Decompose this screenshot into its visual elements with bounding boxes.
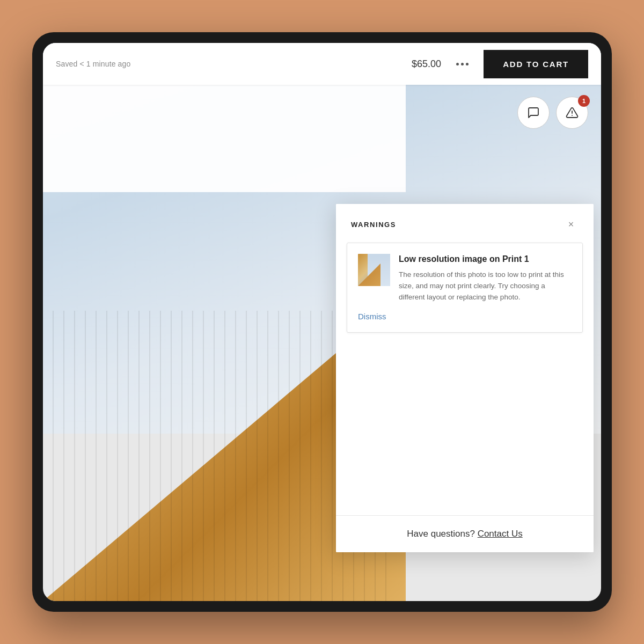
warning-card: Low resolution image on Print 1 The reso…: [347, 243, 583, 333]
warnings-title: WARNINGS: [351, 221, 396, 229]
saved-status: Saved < 1 minute ago: [56, 60, 130, 68]
icon-buttons-row: 1: [517, 97, 588, 129]
top-bar: Saved < 1 minute ago $65.00 ADD TO CART: [43, 43, 601, 85]
device-frame: Saved < 1 minute ago $65.00 ADD TO CART: [32, 32, 612, 612]
warnings-body: Low resolution image on Print 1 The reso…: [336, 243, 594, 343]
dot-2: [461, 63, 464, 65]
contact-us-link[interactable]: Contact Us: [478, 529, 523, 539]
warning-title: Low resolution image on Print 1: [399, 254, 572, 265]
warnings-footer: Have questions? Contact Us: [336, 515, 594, 552]
warning-badge: 1: [578, 95, 590, 107]
warning-description: The resolution of this photo is too low …: [399, 269, 572, 303]
chat-button[interactable]: [517, 97, 550, 129]
warning-thumbnail: [358, 254, 390, 286]
more-options-button[interactable]: [452, 58, 473, 70]
warnings-button[interactable]: 1: [556, 97, 588, 129]
footer-text: Have questions? Contact Us: [407, 529, 522, 539]
close-warnings-button[interactable]: ×: [564, 217, 579, 232]
warning-icon: [566, 106, 579, 119]
have-questions-text: Have questions?: [407, 529, 475, 539]
top-bar-right: $65.00 ADD TO CART: [412, 50, 588, 78]
warning-text: Low resolution image on Print 1 The reso…: [399, 254, 572, 303]
dot-3: [466, 63, 469, 65]
dot-1: [456, 63, 459, 65]
content-bar: [43, 85, 406, 192]
add-to-cart-button[interactable]: ADD TO CART: [484, 50, 588, 78]
warning-card-top: Low resolution image on Print 1 The reso…: [358, 254, 572, 303]
price-display: $65.00: [412, 58, 441, 70]
warnings-header: WARNINGS ×: [336, 204, 594, 243]
chat-icon: [527, 106, 540, 119]
screen: Saved < 1 minute ago $65.00 ADD TO CART: [43, 43, 601, 601]
dismiss-button[interactable]: Dismiss: [358, 312, 386, 321]
warnings-panel: WARNINGS × Low resolution image on Print…: [336, 204, 594, 552]
